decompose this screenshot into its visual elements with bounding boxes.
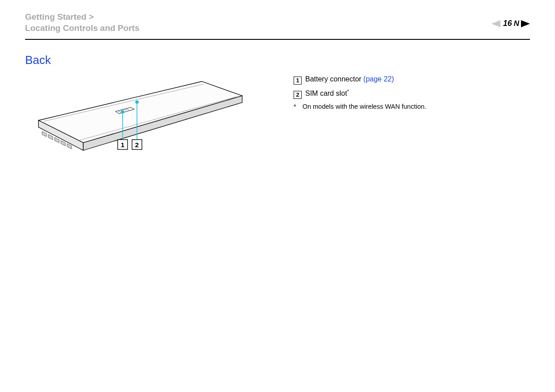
legend-text-2: SIM card slot* [305,87,349,100]
next-page-arrow-icon[interactable] [521,20,530,27]
footnote: * On models with the wireless WAN functi… [294,101,530,112]
footnote-mark: * [294,101,296,112]
svg-rect-10 [61,141,65,146]
prev-page-arrow-icon[interactable] [491,20,500,27]
content-area: Back [0,40,555,167]
page-header: Getting Started > Locating Controls and … [0,0,555,39]
svg-rect-7 [42,132,47,137]
breadcrumb-separator: > [89,12,94,21]
legend-text-1: Battery connector (page 22) [305,73,394,85]
breadcrumb-subtitle: Locating Controls and Ports [25,23,530,34]
breadcrumb-section: Getting Started [25,12,86,21]
legend-label-2: SIM card slot [305,89,347,97]
section-title: Back [25,53,267,67]
legend-num-2: 2 [294,91,302,99]
legend-num-1: 1 [294,77,302,85]
page-nav: 16 N [491,19,530,28]
svg-rect-11 [67,144,72,149]
svg-rect-8 [48,135,53,140]
legend-item-1: 1 Battery connector (page 22) [294,73,530,85]
footnote-text: On models with the wireless WAN function… [303,101,427,112]
device-back-diagram: 1 2 [25,78,258,167]
svg-point-20 [136,101,138,103]
legend-column: 1 Battery connector (page 22) 2 SIM card… [294,53,530,167]
diagram-callout-1: 1 [121,141,124,149]
n-letter: N [514,19,519,28]
svg-marker-1 [521,20,530,27]
breadcrumb: Getting Started > [25,12,530,23]
legend-sup-2: * [347,89,349,94]
legend-label-1: Battery connector [305,75,363,83]
legend-item-2: 2 SIM card slot* [294,87,530,100]
svg-point-18 [121,111,124,113]
svg-rect-9 [55,138,59,143]
page-number: 16 [503,19,512,28]
svg-marker-0 [491,20,500,27]
left-column: Back [25,53,267,167]
diagram-callout-2: 2 [135,141,139,149]
page-link-22[interactable]: (page 22) [363,75,394,83]
svg-marker-2 [38,81,242,143]
